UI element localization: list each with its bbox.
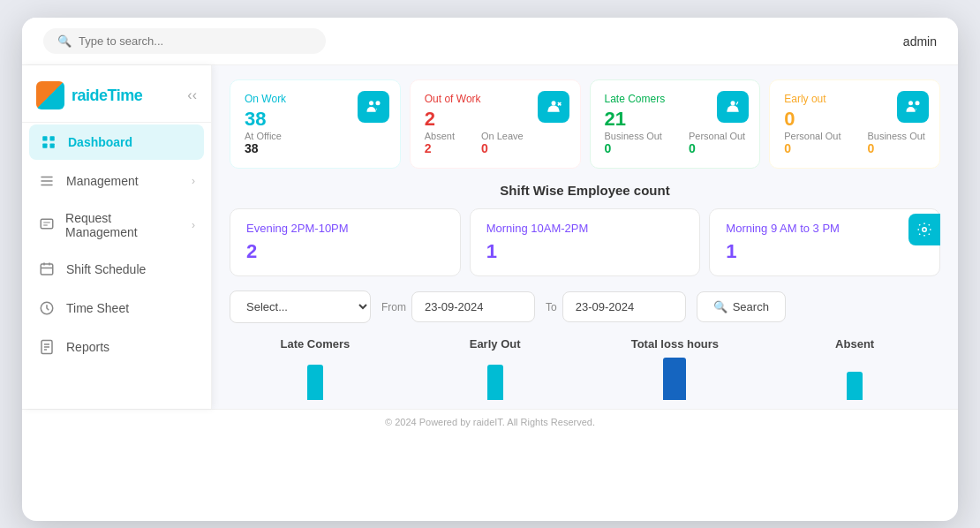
- on-leave-value: 0: [481, 141, 524, 155]
- chart-total-loss-title: Total loss hours: [590, 337, 761, 351]
- search-icon: 🔍: [57, 34, 72, 48]
- sidebar-item-request-management[interactable]: Request Management ›: [22, 200, 211, 250]
- to-date-input[interactable]: [562, 291, 686, 322]
- svg-rect-10: [41, 264, 53, 275]
- chart-absent-bar: [847, 372, 863, 400]
- search-input[interactable]: [79, 34, 312, 48]
- chart-col-late-comers: Late Comers: [230, 337, 401, 400]
- on-work-sub: At Office 38: [245, 131, 386, 155]
- business-out2-value: 0: [867, 141, 924, 155]
- search-btn-icon: 🔍: [713, 300, 727, 313]
- early-out-icon: [897, 91, 929, 123]
- shift-section-title: Shift Wise Employee count: [230, 183, 940, 198]
- content-area: On Work 38 At Office 38: [212, 65, 958, 409]
- chart-early-out-title: Early Out: [410, 337, 581, 351]
- chart-early-out-bar: [487, 365, 503, 400]
- search-box[interactable]: 🔍: [43, 28, 326, 54]
- logo-icon: [36, 81, 64, 109]
- sidebar-item-dashboard[interactable]: Dashboard: [29, 124, 204, 160]
- business-out-label: Business Out: [605, 131, 662, 141]
- business-out2-label: Business Out: [867, 131, 924, 141]
- svg-point-24: [731, 101, 735, 105]
- out-of-work-sub: Absent 2 On Leave 0: [425, 131, 566, 155]
- chart-late-comers-bar-wrap: [230, 356, 401, 400]
- svg-rect-2: [42, 144, 47, 148]
- late-comers-sub: Business Out 0 Personal Out 0: [605, 131, 746, 155]
- business-out-value: 0: [605, 141, 662, 155]
- sidebar-item-reports[interactable]: Reports: [22, 328, 211, 366]
- shift-card-morning10: Morning 10AM-2PM 1: [470, 208, 701, 276]
- search-button[interactable]: 🔍 Search: [697, 291, 786, 322]
- chart-total-loss-bar-wrap: [590, 356, 761, 400]
- reports-icon: [38, 338, 56, 356]
- svg-rect-3: [50, 144, 55, 148]
- dashboard-icon: [40, 133, 57, 151]
- chart-absent-bar-wrap: [769, 356, 940, 400]
- admin-label: admin: [903, 34, 937, 49]
- sidebar-item-label: Reports: [66, 340, 109, 354]
- svg-point-26: [908, 101, 913, 105]
- chart-late-comers-bar: [307, 365, 323, 400]
- sidebar-nav: Dashboard Management › Request Managemen…: [22, 124, 211, 366]
- sidebar-item-time-sheet[interactable]: Time Sheet: [22, 289, 211, 328]
- to-label: To: [546, 301, 557, 313]
- shift-morning10-name: Morning 10AM-2PM: [486, 222, 684, 235]
- at-office-label: At Office: [245, 131, 282, 141]
- svg-point-21: [551, 101, 555, 105]
- sidebar-item-label: Dashboard: [68, 135, 132, 149]
- management-icon: [38, 172, 56, 190]
- chart-columns: Late Comers Early Out Total loss hours: [230, 337, 940, 400]
- personal-out-label: Personal Out: [689, 131, 745, 141]
- personal-out-value: 0: [689, 141, 745, 155]
- svg-rect-0: [42, 136, 47, 140]
- sidebar-item-label: Time Sheet: [66, 301, 129, 315]
- shift-evening-name: Evening 2PM-10PM: [246, 222, 444, 235]
- chart-col-absent: Absent: [769, 337, 940, 400]
- from-date-input[interactable]: [411, 291, 535, 322]
- shift-card-evening: Evening 2PM-10PM 2: [230, 208, 461, 276]
- absent-value: 2: [425, 141, 455, 155]
- sidebar-item-management[interactable]: Management ›: [22, 162, 211, 200]
- stat-card-out-of-work: Out of Work 2 Absent 2 On Leave 0: [410, 79, 581, 169]
- sidebar-item-shift-schedule[interactable]: Shift Schedule: [22, 250, 211, 289]
- time-sheet-icon: [38, 299, 56, 317]
- on-work-icon: [358, 91, 389, 123]
- svg-point-19: [369, 101, 373, 105]
- from-label: From: [381, 301, 406, 313]
- sidebar-item-label: Management: [66, 174, 139, 188]
- out-of-work-icon: [538, 91, 569, 123]
- footer-text: © 2024 Powered by raideIT. All Rights Re…: [385, 417, 595, 427]
- chart-col-total-loss: Total loss hours: [590, 337, 761, 400]
- filter-row: Select... From To 🔍 Search: [230, 290, 940, 323]
- chart-total-loss-bar: [663, 358, 686, 400]
- sidebar-logo: raideTime ‹‹: [22, 65, 211, 123]
- svg-point-28: [923, 228, 927, 232]
- svg-rect-7: [41, 219, 53, 229]
- shift-cards-row: Evening 2PM-10PM 2 Morning 10AM-2PM 1 Mo…: [230, 208, 940, 276]
- stat-cards-row: On Work 38 At Office 38: [230, 79, 940, 169]
- svg-point-27: [916, 101, 920, 105]
- stat-card-early-out: Early out 0 Personal Out 0 Business Out …: [769, 79, 940, 169]
- sidebar-item-label: Request Management: [65, 211, 181, 239]
- svg-rect-4: [41, 177, 53, 178]
- chart-early-out-bar-wrap: [410, 356, 581, 400]
- logo-text: raideTime: [72, 87, 142, 105]
- chart-late-comers-title: Late Comers: [230, 337, 401, 351]
- svg-rect-5: [41, 180, 53, 182]
- filter-select[interactable]: Select...: [230, 290, 371, 323]
- stat-card-on-work: On Work 38 At Office 38: [230, 79, 401, 169]
- sidebar: raideTime ‹‹ Dashboard Management: [22, 65, 212, 409]
- shift-evening-count: 2: [246, 240, 444, 263]
- settings-fab[interactable]: [908, 214, 940, 245]
- chevron-right-icon: ›: [192, 175, 195, 187]
- footer: © 2024 Powered by raideIT. All Rights Re…: [22, 409, 958, 434]
- sidebar-item-label: Shift Schedule: [66, 262, 146, 276]
- shift-morning10-count: 1: [486, 240, 684, 263]
- late-comers-icon: [717, 91, 749, 123]
- request-management-icon: [38, 216, 55, 234]
- main-layout: raideTime ‹‹ Dashboard Management: [22, 65, 958, 409]
- early-out-sub: Personal Out 0 Business Out 0: [784, 131, 925, 155]
- top-bar: 🔍 admin: [22, 18, 958, 65]
- shift-morning9-count: 1: [726, 240, 923, 263]
- sidebar-collapse-icon[interactable]: ‹‹: [187, 87, 197, 103]
